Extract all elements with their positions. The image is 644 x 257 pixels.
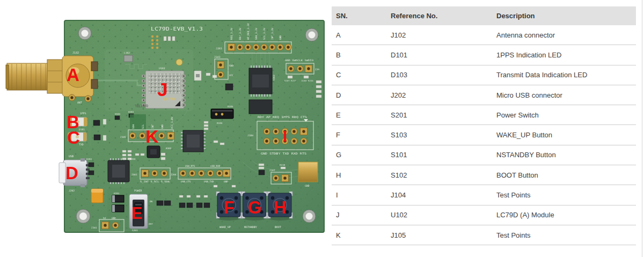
table-row: B D101 1PPS Indication LED [332,45,636,65]
silk-q104: Q104 [128,111,134,113]
silk-j105: J105 [120,136,126,138]
silk-swd-labels: GND SWDCLK SWDIO [285,59,313,62]
silk-j103: J103 [214,56,221,58]
cell-description: LC79D (A) Module [492,205,636,225]
marker-a: A [67,65,79,85]
silk-r118: R118 [280,164,286,166]
through-hole-pad [69,94,75,101]
silk-j104-top: RDY AP_REQ 1PPS REQ CTS [258,115,307,119]
marker-c: C [67,128,80,148]
cell-description: NSTANDBY Button [492,145,636,165]
silk-j204: J204 [171,173,177,176]
cell-sn: E [332,105,386,125]
module-brand-label: QUECTEL [134,104,148,108]
marker-j: J [157,79,167,100]
cell-reference: J104 [386,185,492,205]
cell-sn: A [332,25,386,45]
silk-5v: 5V [103,217,106,219]
gold-fiducial [176,59,182,65]
marker-k: K [145,126,159,146]
cell-description: Transmit Data Indication LED [492,65,636,85]
table-row: F S103 WAKE_UP Button [332,125,636,145]
cell-reference: S102 [386,165,492,185]
silk-q103: Q103 [115,113,121,115]
cell-description: WAKE_UP Button [492,125,636,145]
cell-sn: I [332,185,386,205]
silk-r105: R105 [228,105,233,108]
j105-pin-label: SCL [142,124,144,129]
silk-boot: BOOT [275,225,281,229]
silk-l102: L102 [124,52,130,54]
table-row: K J105 Test Points [332,225,636,245]
silk-j201-gnd: GND [112,217,116,219]
col-header-sn: SN. [332,6,386,25]
silk-d207: D207 R237 [284,79,296,82]
table-row: I J104 Test Points [332,185,636,205]
silk-r104: R104 [217,122,223,124]
silk-d203: D203 [86,158,92,160]
col-header-description: Description [492,6,636,25]
silk-j102: J102 [72,51,79,54]
component-table: SN. Reference No. Description A J102 Ant… [332,6,636,245]
cell-description: Test Points [492,225,636,245]
table-row: H S102 BOOT Button [332,165,636,185]
cell-sn: F [332,125,386,145]
cell-reference: J202 [386,85,492,105]
table-row: G S101 NSTANDBY Button [332,145,636,165]
marker-e: E [131,204,143,223]
table-row: C D103 Transmit Data Indication LED [332,65,636,85]
cell-description: 1PPS Indication LED [492,45,636,65]
silk-j103-gnd: GND [229,64,234,67]
silk-j202: J202 [69,189,75,192]
pcb-board-svg: LC79D-EVB_V1.3 J102 ANT [0,0,328,257]
table-row: E S201 Power Switch [332,105,636,125]
cell-description: Antenna connector [492,25,636,45]
silk-d206: D206 R236 [302,79,313,82]
board-title: LC79D-EVB_V1.3 [151,26,203,32]
silk-1pps: 1PPS [80,112,86,115]
cell-description: Micro USB connector [492,85,636,105]
col-header-reference: Reference No. [386,6,492,25]
silk-power: POWER [134,189,142,192]
silk-usb: USB [69,155,74,158]
screenshot-root: LC79D-EVB_V1.3 J102 ANT [0,0,644,257]
tantalum-capacitor [91,189,103,203]
cell-reference: S101 [386,145,492,165]
silk-j201: J201 [91,226,97,229]
marker-h: H [274,197,287,217]
cell-description: Power Switch [492,105,636,125]
silk-nstandby: NSTANDBY [244,225,257,229]
silk-v203: V203 [273,75,275,80]
table-row: D J202 Micro USB connector [332,85,636,105]
silk-u102: U102 [159,67,165,70]
silk-u204: U204 [130,158,136,160]
j105-pin-label: SDA [132,124,135,129]
silk-j107: J107 [269,169,275,172]
table-row: J U102 LC79D (A) Module [332,205,636,225]
component-table-panel: SN. Reference No. Description A J102 Ant… [332,6,636,245]
table-row: A J102 Antenna connector [332,25,636,45]
cell-reference: J102 [386,25,492,45]
cell-sn: K [332,225,386,245]
j203-pin-label: GND [279,35,282,40]
silk-j20: J20 [315,68,319,71]
silk-ant: ANT [77,101,82,104]
marker-d: D [65,163,78,183]
silk-j301: J301 [131,173,137,176]
cell-reference: D101 [386,45,492,65]
silk-d201: D201 [114,192,120,195]
cell-description: Test Points [492,185,636,205]
cell-reference: U102 [386,205,492,225]
marker-g: G [248,197,262,217]
silk-off: OFF [149,223,153,225]
cell-sn: D [332,85,386,105]
marker-f: F [224,197,235,217]
table-header-row: SN. Reference No. Description [332,6,636,25]
silk-wake-up: WAKE_UP [219,225,231,229]
silk-gnd-pad: GND [305,185,310,187]
cell-description: BOOT Button [492,165,636,185]
through-hole-pad [85,96,91,102]
cell-sn: C [332,65,386,85]
silk-j104-bottom: GND STDBY TXD RXD RTS [261,152,306,155]
silk-s201: S201 [132,229,138,232]
